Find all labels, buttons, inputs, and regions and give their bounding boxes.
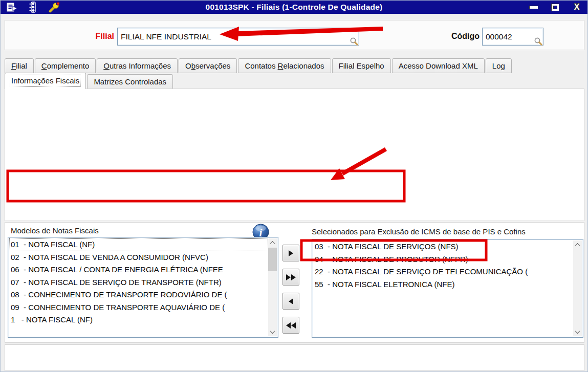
chevron-down-icon — [270, 329, 275, 334]
list-item[interactable]: 02 - NOTA FISCAL DE VENDA A CONSUMIDOR (… — [9, 251, 268, 264]
left-list-title: Modelos de Notas Fiscais — [11, 226, 99, 235]
tab-acesso-download-xml[interactable]: Acesso Download XML — [392, 58, 485, 73]
list-item[interactable]: 55 - NOTA FISCAL ELETRONICA (NFE) — [313, 278, 573, 291]
tab-filial-espelho[interactable]: Filial Espelho — [332, 58, 391, 73]
arrow-right-icon — [289, 250, 293, 256]
tab-contatos-relacionados[interactable]: Contatos Relacionados — [238, 58, 331, 73]
arrow-right-icon — [291, 274, 296, 280]
move-all-right-button[interactable] — [282, 269, 299, 286]
minimize-icon — [530, 6, 538, 9]
left-listbox: 01 - NOTA FISCAL (NF)02 - NOTA FISCAL DE… — [8, 237, 278, 338]
codigo-lookup-icon[interactable] — [534, 37, 542, 46]
window-title: 001013SPK - Filiais (1-Controle De Quali… — [1, 3, 587, 12]
close-icon: X — [574, 3, 580, 12]
list-item[interactable]: 22 - NOTA FISCAL DE SERVIÇO DE TELECOMUN… — [313, 266, 573, 278]
chevron-up-icon — [575, 243, 580, 248]
arrow-left-icon — [286, 322, 291, 329]
list-item[interactable]: 01 - NOTA FISCAL (NF) — [9, 238, 268, 251]
report-icon[interactable] — [6, 2, 18, 13]
codigo-label: Código — [439, 27, 480, 45]
arrow-left-icon — [289, 298, 293, 304]
tab-log[interactable]: Log — [486, 58, 512, 73]
chevron-down-icon — [575, 329, 580, 334]
list-item[interactable]: 08 - CONHECIMENTO DE TRANSPORTE RODOVIÁR… — [9, 289, 268, 301]
maximize-button[interactable] — [549, 2, 562, 13]
list-item[interactable]: 07 - NOTA FISCAL DE SERVIÇO DE TRANSPORT… — [9, 276, 268, 289]
list-item[interactable]: 03 - NOTA FISCAL DE SERVIÇOS (NFS) — [313, 240, 573, 253]
right-list-items: 03 - NOTA FISCAL DE SERVIÇOS (NFS)04 - N… — [313, 240, 573, 336]
filial-input[interactable] — [117, 28, 359, 46]
close-button[interactable]: X — [570, 2, 583, 13]
tab-matrizes-controladas[interactable]: Matrizes Controladas — [87, 74, 173, 89]
fiscal-info-panel — [5, 89, 584, 221]
list-item[interactable]: 09 - CONHECIMENTO DE TRANSPORTE AQUAVIÁR… — [9, 301, 268, 314]
list-item[interactable]: 1 - NOTA FISCAL (NF) — [9, 314, 268, 326]
scroll-up-button[interactable] — [268, 238, 277, 247]
scroll-up-button[interactable] — [573, 240, 582, 249]
chevron-up-icon — [270, 241, 275, 246]
traffic-light-icon[interactable] — [27, 2, 39, 13]
footer-panel — [5, 344, 584, 371]
minimize-button[interactable] — [527, 2, 540, 13]
tab-outras-informacoes[interactable]: Outras Informações — [97, 58, 178, 73]
arrow-left-icon — [291, 322, 296, 329]
move-all-left-button[interactable] — [282, 317, 299, 334]
tab-complemento[interactable]: Complemento — [35, 58, 96, 73]
list-item[interactable]: 06 - NOTA FISCAL / CONTA DE ENERGIA ELÉT… — [9, 264, 268, 276]
tab-filial[interactable]: Filial — [5, 58, 34, 73]
tab-strip-row1: FilialComplementoOutras InformaçõesObser… — [5, 58, 513, 73]
scroll-down-button[interactable] — [573, 327, 582, 336]
tab-strip-row2: Informações FiscaisMatrizes Controladas — [5, 73, 174, 89]
wrench-icon[interactable] — [49, 2, 61, 13]
maximize-icon — [552, 4, 559, 11]
title-bar: 001013SPK - Filiais (1-Controle De Quali… — [1, 1, 587, 14]
move-left-button[interactable] — [282, 293, 299, 310]
right-list-title: Selecionados para Exclusão de ICMS de ba… — [312, 227, 526, 236]
right-listbox: 03 - NOTA FISCAL DE SERVIÇOS (NFS)04 - N… — [312, 239, 583, 338]
scroll-thumb[interactable] — [268, 248, 277, 271]
filial-label: Filial — [62, 27, 114, 45]
scroll-down-button[interactable] — [268, 327, 277, 336]
left-list-scrollbar[interactable] — [268, 238, 277, 336]
move-right-button[interactable] — [282, 245, 299, 261]
tab-informacoes-fiscais[interactable]: Informações Fiscais — [5, 73, 86, 89]
filial-lookup-icon[interactable] — [350, 37, 358, 46]
tab-observacoes[interactable]: Observações — [179, 58, 237, 73]
right-list-scrollbar[interactable] — [573, 240, 582, 336]
left-list-items: 01 - NOTA FISCAL (NF)02 - NOTA FISCAL DE… — [9, 238, 268, 336]
arrow-right-icon — [286, 274, 291, 280]
list-item[interactable]: 04 - NOTA FISCAL DE PRODUTOR (NFPR) — [313, 253, 573, 266]
filiais-window: 001013SPK - Filiais (1-Controle De Quali… — [0, 0, 588, 372]
